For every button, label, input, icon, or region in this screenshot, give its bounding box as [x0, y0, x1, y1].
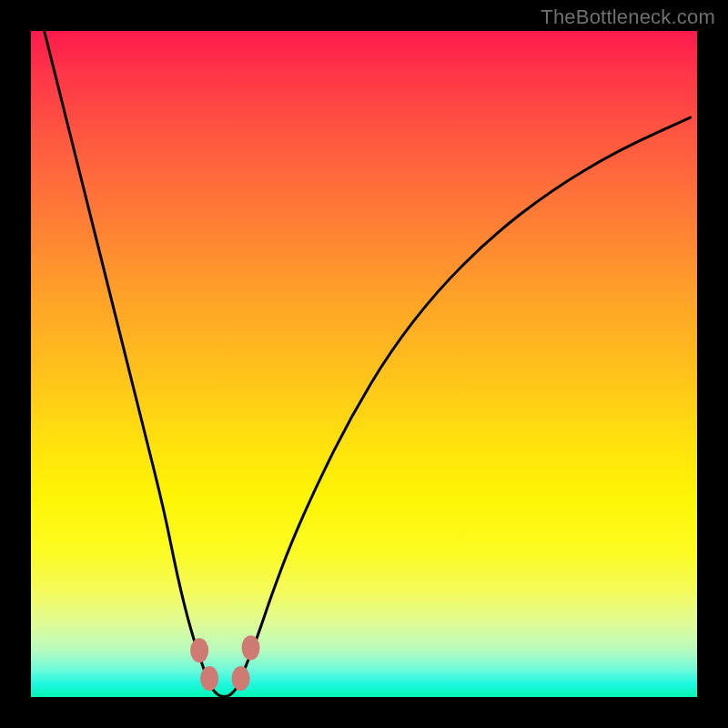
left-upper-dot — [190, 638, 208, 662]
curve-layer — [31, 31, 697, 697]
plot-area — [31, 31, 697, 697]
right-upper-dot — [242, 635, 260, 660]
watermark-label: TheBottleneck.com — [541, 5, 715, 29]
chart-frame: TheBottleneck.com — [0, 0, 728, 728]
right-lower-dot — [232, 666, 250, 691]
bottleneck-curve — [45, 31, 691, 696]
left-lower-dot — [200, 666, 218, 691]
